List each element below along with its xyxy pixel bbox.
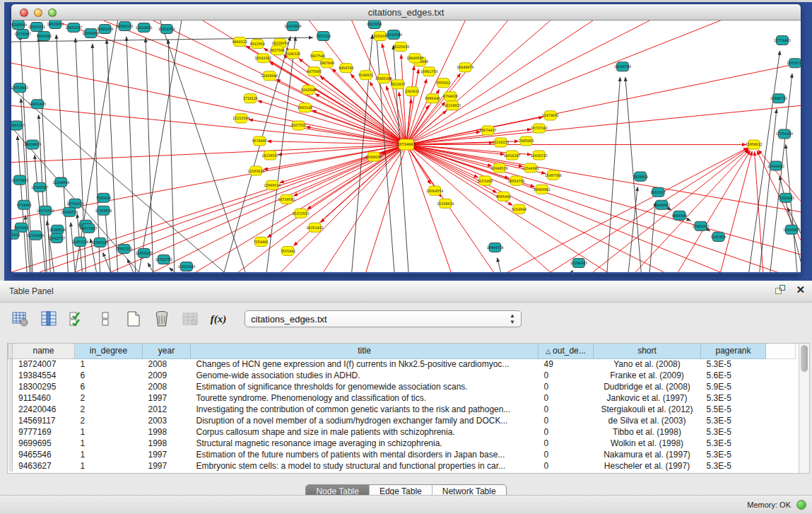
graph-node[interactable]: 18300295	[365, 152, 382, 161]
table-cell[interactable]: 5.3E-5	[701, 415, 766, 426]
graph-node[interactable]: 16210822	[444, 101, 461, 110]
graph-node[interactable]: 15885209	[375, 74, 392, 83]
citation-edge-red[interactable]	[593, 149, 748, 272]
table-cell[interactable]: Estimation of significance thresholds fo…	[191, 381, 539, 392]
graph-node[interactable]: 16651405	[29, 100, 46, 109]
graph-node[interactable]: 19384554	[426, 186, 443, 195]
graph-node[interactable]: 13216221	[492, 138, 509, 147]
citation-edge-black[interactable]	[628, 187, 637, 272]
graph-node[interactable]: 15276007	[14, 30, 31, 39]
table-cell[interactable]: 0	[539, 460, 594, 472]
graph-node[interactable]: 10969961	[534, 185, 551, 194]
graph-node[interactable]: 16351432	[306, 223, 323, 232]
table-cell[interactable]: 1	[75, 358, 143, 370]
graph-node[interactable]: 12923448	[178, 262, 195, 271]
graph-node[interactable]: 15958612	[746, 140, 763, 149]
graph-node[interactable]: 10975887	[80, 223, 97, 233]
table-cell[interactable]: Investigating the contribution of common…	[191, 404, 539, 415]
table-cell[interactable]: 2008	[143, 358, 191, 370]
table-row[interactable]: 969969511998Structural magnetic resonanc…	[8, 438, 796, 449]
citation-edge-black[interactable]	[498, 258, 501, 272]
table-cell[interactable]: 0	[539, 392, 594, 404]
column-header-out_de[interactable]: △out_de...	[539, 344, 594, 358]
citation-edge-red[interactable]	[754, 151, 763, 272]
citation-edge-red[interactable]	[551, 148, 748, 272]
graph-node[interactable]: 9245450	[711, 232, 726, 241]
graph-node[interactable]: 19565153	[117, 22, 134, 31]
graph-node[interactable]: 14730591	[278, 194, 295, 204]
table-cell[interactable]: 1	[75, 426, 143, 438]
table-cell[interactable]: 0	[539, 449, 594, 460]
graph-node[interactable]: 16649079	[457, 63, 473, 72]
table-cell[interactable]: 6	[75, 370, 143, 381]
graph-node[interactable]: 14702039	[66, 199, 83, 208]
citation-edge-red[interactable]	[678, 151, 750, 272]
table-cell[interactable]: 5.9E-5	[701, 381, 766, 392]
graph-node[interactable]: 12203443	[777, 193, 794, 202]
graph-node[interactable]: 8427552	[291, 121, 306, 130]
citation-edge-black[interactable]	[170, 268, 175, 272]
graph-node[interactable]: 10674437	[479, 126, 496, 135]
graph-node[interactable]: 9154940	[512, 204, 526, 214]
graph-node[interactable]: 8990448	[425, 94, 440, 103]
graph-node[interactable]: 8912954	[250, 40, 265, 49]
table-cell[interactable]: 49	[539, 358, 594, 370]
table-row[interactable]: 1830029562008Estimation of significance …	[8, 381, 796, 392]
graph-node[interactable]: 10238597	[261, 151, 278, 160]
table-cell[interactable]: 2	[75, 392, 143, 404]
graph-node[interactable]: 19737343	[531, 124, 548, 133]
citation-edge-red[interactable]	[508, 148, 748, 272]
table-cell[interactable]: 18300295	[13, 381, 75, 392]
citation-edge-red[interactable]	[635, 150, 749, 272]
table-options-icon[interactable]	[11, 310, 30, 328]
citation-edge-red[interactable]	[721, 151, 753, 272]
graph-node[interactable]: 1362615	[404, 87, 419, 96]
table-cell[interactable]: Disruption of a novel member of a sodium…	[191, 415, 539, 426]
graph-node[interactable]: 8860123	[233, 37, 247, 47]
graph-node[interactable]: 8953317	[651, 187, 666, 197]
table-cell[interactable]: 9465546	[13, 449, 75, 460]
citation-edge-black[interactable]	[39, 115, 47, 272]
table-cell[interactable]: 9463627	[13, 460, 75, 472]
graph-node[interactable]: 18544012	[767, 161, 784, 170]
table-cell[interactable]: 1998	[143, 426, 191, 438]
graph-node[interactable]: 12505185	[91, 238, 108, 247]
table-cell[interactable]: de Silva et al. (2003)	[594, 415, 701, 426]
graph-node[interactable]: 11244044	[52, 177, 69, 187]
table-cell[interactable]: Dudbridge et al. (2008)	[594, 381, 701, 392]
graph-node[interactable]: 16268540	[49, 225, 66, 234]
table-selector-dropdown[interactable]: citations_edges.txt ▲▼	[245, 310, 522, 327]
graph-node[interactable]: 11583625	[247, 166, 264, 175]
graph-node[interactable]: 16046723	[770, 94, 787, 103]
citation-edge-black[interactable]	[71, 223, 75, 272]
graph-node[interactable]: 9734003	[17, 200, 32, 209]
scrollbar-thumb[interactable]	[801, 345, 808, 372]
graph-node[interactable]: 9146821	[358, 71, 373, 80]
citation-edge-black[interactable]	[168, 40, 175, 272]
table-cell[interactable]: 2003	[143, 415, 191, 426]
graph-node[interactable]: 16033809	[284, 22, 301, 31]
table-row[interactable]: 911546021997Tourette syndrome. Phenomeno…	[8, 392, 796, 404]
graph-node[interactable]: 12969519	[264, 180, 281, 189]
table-cell[interactable]: 0	[539, 438, 594, 449]
graph-node[interactable]: 9242844	[301, 86, 316, 95]
table-cell[interactable]: 2	[75, 415, 143, 426]
table-cell[interactable]: 6	[75, 381, 143, 392]
graph-node[interactable]: 18724007	[397, 139, 416, 150]
citation-edge-black[interactable]	[607, 77, 620, 272]
graph-node[interactable]: 10944554	[486, 243, 503, 252]
graph-node[interactable]: 16016267	[503, 151, 520, 160]
graph-node[interactable]: 16648784	[614, 62, 631, 71]
graph-node[interactable]: 20565051	[28, 23, 45, 32]
table-cell[interactable]: 19384554	[13, 370, 75, 381]
graph-node[interactable]: 8813054	[367, 21, 382, 29]
table-cell[interactable]: Hescheler et al. (1997)	[594, 460, 701, 472]
graph-node[interactable]: 22420046	[261, 71, 278, 81]
column-header-year[interactable]: year	[143, 344, 191, 358]
graph-node[interactable]: 8454749	[339, 64, 353, 73]
graph-node[interactable]: 7955812	[436, 78, 451, 88]
float-panel-icon[interactable]	[775, 284, 786, 296]
graph-node[interactable]: 16026215	[531, 151, 548, 160]
table-cell[interactable]: Structural magnetic resonance image aver…	[191, 438, 539, 449]
table-vertical-scrollbar[interactable]	[799, 344, 809, 473]
